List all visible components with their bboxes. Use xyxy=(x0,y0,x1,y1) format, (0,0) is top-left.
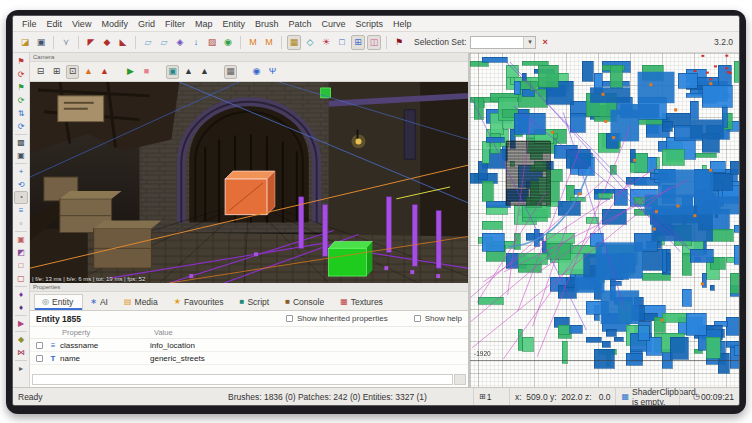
menu-view[interactable]: View xyxy=(72,19,91,29)
show-inherited-checkbox[interactable] xyxy=(286,315,293,322)
model-tool-icon[interactable]: ◉ xyxy=(221,35,235,50)
grid-2d-view[interactable]: -1920 xyxy=(470,53,739,387)
mini-window-icon[interactable]: ▫ xyxy=(14,217,28,230)
cubic-clip-icon[interactable]: ◇ xyxy=(303,35,317,50)
brush-paint-icon[interactable]: ▶ xyxy=(14,317,28,330)
flip-z-icon[interactable]: ⇅ xyxy=(14,107,28,120)
misc-spark-icon[interactable]: ◆ xyxy=(14,333,28,346)
clipper-tool-icon[interactable]: ◫ xyxy=(367,35,381,50)
box-select-icon[interactable]: □ xyxy=(335,35,349,50)
texture-lock-icon[interactable]: ▦ xyxy=(287,35,301,50)
show-help-checkbox-group[interactable]: Show help xyxy=(414,314,462,323)
row-checkbox[interactable] xyxy=(36,342,43,349)
csg-merge-icon[interactable]: M xyxy=(246,35,260,50)
selected-entity-box[interactable] xyxy=(225,171,275,215)
tab-media[interactable]: ▤ Media xyxy=(117,295,167,310)
texture-paint-icon[interactable]: ◩ xyxy=(14,246,28,259)
plugin-flag-icon[interactable]: ⚑ xyxy=(392,35,406,50)
show-help-checkbox[interactable] xyxy=(414,315,421,322)
drop-entity-icon[interactable]: ↓ xyxy=(189,35,203,50)
modifier-red-1-icon[interactable]: ◤ xyxy=(84,35,98,50)
menu-entity[interactable]: Entity xyxy=(222,19,245,29)
grid-snap-icon[interactable]: ▦ xyxy=(224,65,237,79)
region-brush-icon[interactable]: ▢ xyxy=(14,272,28,285)
menu-file[interactable]: File xyxy=(22,19,37,29)
show-inherited-checkbox-group[interactable]: Show inherited properties xyxy=(286,314,388,323)
expand-selection-icon[interactable]: ⊞ xyxy=(351,35,365,50)
region-off-icon[interactable]: □ xyxy=(14,259,28,272)
cone-warning-icon[interactable]: ▲ xyxy=(82,65,95,79)
grid-size-value: 1 xyxy=(487,392,492,402)
menu-brush[interactable]: Brush xyxy=(255,19,279,29)
hollow-brush-icon[interactable]: ▣ xyxy=(14,233,28,246)
layout-one-icon[interactable]: ⊟ xyxy=(34,65,47,79)
menu-scripts[interactable]: Scripts xyxy=(356,19,384,29)
patch-drill-icon[interactable]: ♦ xyxy=(14,301,28,314)
texture-flush-icon[interactable]: ▨ xyxy=(205,35,219,50)
tab-favourites[interactable]: ★ Favourites xyxy=(167,295,233,310)
tab-console[interactable]: ■ Console xyxy=(278,295,333,310)
more-tools-icon[interactable]: ▸ xyxy=(14,362,28,375)
prism-brush-icon[interactable]: ◈ xyxy=(173,35,187,50)
menu-patch[interactable]: Patch xyxy=(288,19,311,29)
paste-brush-icon[interactable]: ▱ xyxy=(157,35,171,50)
light-radius-icon[interactable]: ☀ xyxy=(319,35,333,50)
status-grid-size: ⊞ 1 xyxy=(473,388,509,405)
selection-set-combo[interactable]: ▾ xyxy=(470,36,536,49)
patch-weld-icon[interactable]: ♦ xyxy=(14,288,28,301)
stop-icon[interactable]: ■ xyxy=(140,65,153,79)
chevron-down-icon[interactable]: ▾ xyxy=(523,37,535,48)
camera-3d-viewport[interactable]: | f/e: 13 ms | b/e: 6 ms | tot: 19 ms | … xyxy=(30,82,468,283)
menu-modify[interactable]: Modify xyxy=(101,19,128,29)
table-row-classname[interactable]: ≡ classname info_location xyxy=(30,339,468,352)
vertex-mode-icon[interactable]: ⋎ xyxy=(59,35,73,50)
select-inside-icon[interactable]: ▣ xyxy=(14,149,28,162)
entity-header: Entity 1855 xyxy=(36,314,81,324)
cone-error-icon[interactable]: ▲ xyxy=(98,65,111,79)
side-toolbar: ⚑ ⟳ ⚑ ⟳ ⇅ ⟳ ▩ ▣ + ⟲ ◔ ≡ ▫ ▣ ◩ □ ▢ ♦ ♦ ▶ xyxy=(13,53,30,387)
map-canvas[interactable] xyxy=(470,53,739,387)
menu-edit[interactable]: Edit xyxy=(47,19,63,29)
open-map-icon[interactable]: ◪ xyxy=(18,35,32,50)
render-view-icon[interactable]: ▣ xyxy=(166,65,179,79)
misc-bowtie-icon[interactable]: ⋈ xyxy=(14,346,28,359)
tripod-view-icon[interactable]: Ψ xyxy=(266,65,279,79)
clipper-mode-icon[interactable]: ◔ xyxy=(14,191,28,204)
modifier-red-2-icon[interactable]: ◆ xyxy=(100,35,114,50)
layout-two-icon[interactable]: ⊞ xyxy=(50,65,63,79)
tab-script[interactable]: ■ Script xyxy=(233,295,279,310)
tab-ai[interactable]: ∗ AI xyxy=(83,295,117,310)
play-icon[interactable]: ▶ xyxy=(124,65,137,79)
clear-selection-set-icon[interactable]: × xyxy=(542,37,547,47)
layout-three-icon[interactable]: ⊡ xyxy=(66,65,79,79)
row-checkbox[interactable] xyxy=(36,355,43,362)
rotate-z-icon[interactable]: ⟳ xyxy=(14,120,28,133)
value-entry-button[interactable] xyxy=(454,374,466,385)
rotate-y-icon[interactable]: ⟳ xyxy=(14,94,28,107)
select-touching-icon[interactable]: ▩ xyxy=(14,136,28,149)
script-tab-icon: ■ xyxy=(240,298,245,306)
camera-raise-alt-icon[interactable]: ▲ xyxy=(198,65,211,79)
camera-raise-icon[interactable]: ▲ xyxy=(182,65,195,79)
rotate-x-icon[interactable]: ⟳ xyxy=(14,68,28,81)
csg-add-icon[interactable]: + xyxy=(14,165,28,178)
flip-y-icon[interactable]: ⚑ xyxy=(14,81,28,94)
layer-list-icon[interactable]: ≡ xyxy=(14,204,28,217)
tab-textures[interactable]: ▦ Textures xyxy=(333,295,392,310)
green-entity-box[interactable] xyxy=(329,241,373,276)
menu-grid[interactable]: Grid xyxy=(138,19,155,29)
menu-help[interactable]: Help xyxy=(393,19,412,29)
value-entry-input[interactable] xyxy=(32,374,453,385)
csg-hollow-icon[interactable]: M xyxy=(262,35,276,50)
tab-entity[interactable]: ◎ Entity xyxy=(34,294,83,310)
menu-curve[interactable]: Curve xyxy=(321,19,345,29)
show-eye-icon[interactable]: ◉ xyxy=(250,65,263,79)
modifier-red-3-icon[interactable]: ◣ xyxy=(116,35,130,50)
save-map-icon[interactable]: ▣ xyxy=(34,35,48,50)
menu-map[interactable]: Map xyxy=(195,19,213,29)
copy-brush-icon[interactable]: ▱ xyxy=(141,35,155,50)
menu-filter[interactable]: Filter xyxy=(165,19,185,29)
table-row-name[interactable]: T name generic_streets xyxy=(30,352,468,365)
csg-wedge-icon[interactable]: ⟲ xyxy=(14,178,28,191)
flip-x-icon[interactable]: ⚑ xyxy=(14,55,28,68)
